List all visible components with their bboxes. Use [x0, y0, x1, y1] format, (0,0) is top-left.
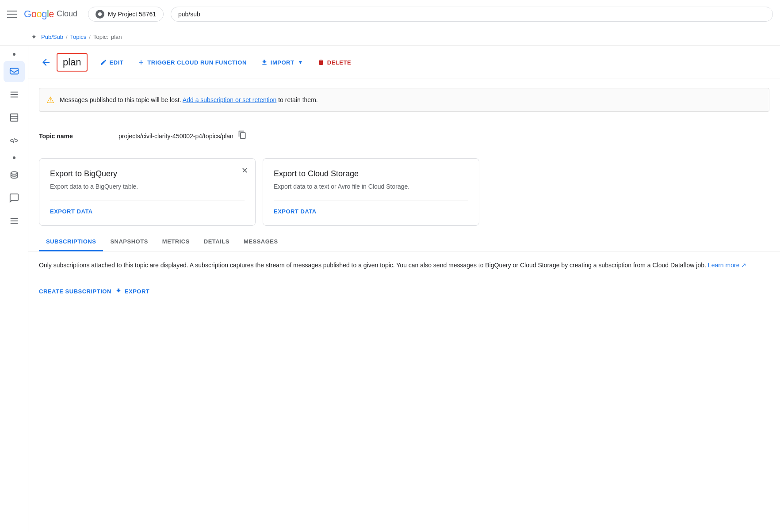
breadcrumb-topic-label: Topic: — [93, 34, 108, 40]
tab-subscriptions[interactable]: SUBSCRIPTIONS — [39, 233, 103, 251]
sidebar-item-chat[interactable] — [4, 187, 25, 209]
sidebar-dot-top — [13, 53, 15, 56]
sidebar-item-storage[interactable] — [4, 107, 25, 128]
breadcrumb-topic-name: plan — [111, 34, 122, 40]
delete-button[interactable]: DELETE — [312, 55, 356, 69]
export-cloud-storage-card: Export to Cloud Storage Export data to a… — [263, 158, 479, 226]
trigger-label: TRIGGER CLOUD RUN FUNCTION — [147, 59, 247, 66]
tab-details[interactable]: DETAILS — [197, 233, 237, 251]
top-bar: Google Cloud My Project 58761 — [0, 0, 780, 28]
close-bigquery-card-button[interactable]: ✕ — [241, 166, 248, 175]
code-icon: </> — [9, 137, 18, 144]
svg-rect-0 — [10, 68, 18, 74]
tab-snapshots[interactable]: SNAPSHOTS — [103, 233, 155, 251]
export-cards-container: ✕ Export to BigQuery Export data to a Bi… — [39, 158, 769, 226]
sidebar-item-list2[interactable] — [4, 210, 25, 232]
breadcrumb: ✦ Pub/Sub / Topics / Topic: plan — [0, 28, 780, 46]
export-arrow-icon — [115, 288, 122, 295]
create-subscription-button[interactable]: CREATE SUBSCRIPTION — [39, 284, 111, 298]
google-cloud-logo[interactable]: Google Cloud — [24, 8, 77, 20]
page-content: plan EDIT TRIGGER CLOUD RUN FUNCTION IMP… — [28, 46, 780, 532]
hamburger-menu[interactable] — [7, 11, 17, 18]
topic-name-value: projects/civil-clarity-450002-p4/topics/… — [119, 129, 248, 142]
bottom-actions: CREATE SUBSCRIPTION EXPORT — [28, 284, 780, 298]
search-input[interactable] — [171, 7, 773, 22]
subscriptions-description: Only subscriptions attached to this topi… — [39, 260, 769, 270]
edit-icon — [100, 59, 107, 66]
main-layout: </> — [0, 46, 780, 532]
cloud-storage-card-title: Export to Cloud Storage — [274, 169, 468, 179]
learn-more-link[interactable]: Learn more ↗ — [708, 262, 746, 269]
sidebar-item-code[interactable]: </> — [4, 130, 25, 151]
bigquery-card-title: Export to BigQuery — [50, 169, 245, 179]
topic-name-label: Topic name — [39, 133, 119, 140]
copy-icon — [238, 130, 247, 139]
topic-info-row: Topic name projects/civil-clarity-450002… — [28, 121, 780, 151]
pubsub-icon: ✦ — [31, 33, 37, 41]
topic-title: plan — [57, 53, 88, 72]
import-label: IMPORT — [271, 59, 294, 66]
back-button[interactable] — [39, 55, 53, 69]
export-label: EXPORT — [125, 288, 149, 295]
project-name: My Project 58761 — [108, 11, 156, 18]
import-dropdown-arrow: ▼ — [298, 59, 303, 65]
delete-label: DELETE — [327, 59, 351, 66]
warning-icon: ⚠ — [46, 95, 54, 105]
sidebar-dot-middle — [13, 156, 15, 159]
project-icon — [96, 10, 104, 19]
delete-icon — [317, 59, 325, 66]
back-arrow-icon — [41, 57, 51, 68]
cloud-storage-export-link[interactable]: EXPORT DATA — [274, 201, 468, 215]
create-subscription-label: CREATE SUBSCRIPTION — [39, 288, 111, 295]
sidebar-item-list[interactable] — [4, 84, 25, 105]
copy-button[interactable] — [237, 129, 248, 142]
sidebar-item-data[interactable] — [4, 164, 25, 186]
tab-metrics[interactable]: METRICS — [155, 233, 197, 251]
messages-icon — [9, 67, 19, 76]
bigquery-card-desc: Export data to a BigQuery table. — [50, 183, 245, 190]
plus-icon — [138, 59, 145, 66]
storage-icon — [9, 113, 19, 122]
chat-icon — [9, 193, 19, 203]
breadcrumb-sep1: / — [66, 34, 68, 40]
import-button[interactable]: IMPORT ▼ — [256, 55, 309, 69]
topic-path: projects/civil-clarity-450002-p4/topics/… — [119, 133, 233, 140]
cloud-storage-card-desc: Export data to a text or Avro file in Cl… — [274, 183, 468, 190]
alert-link[interactable]: Add a subscription or set retention — [183, 96, 276, 103]
list-icon — [9, 90, 19, 99]
export-bigquery-card: ✕ Export to BigQuery Export data to a Bi… — [39, 158, 256, 226]
sidebar-item-messages[interactable] — [4, 61, 25, 82]
alert-text: Messages published to this topic will be… — [60, 96, 318, 103]
breadcrumb-sep2: / — [89, 34, 91, 40]
breadcrumb-topics[interactable]: Topics — [70, 34, 87, 40]
alert-banner: ⚠ Messages published to this topic will … — [39, 88, 769, 112]
edit-label: EDIT — [110, 59, 124, 66]
import-icon — [261, 59, 268, 66]
breadcrumb-pubsub[interactable]: Pub/Sub — [41, 34, 63, 40]
svg-point-7 — [11, 172, 17, 175]
edit-button[interactable]: EDIT — [95, 55, 129, 69]
project-selector[interactable]: My Project 58761 — [88, 7, 164, 22]
bigquery-export-link[interactable]: EXPORT DATA — [50, 201, 245, 215]
database-icon — [9, 170, 19, 180]
toolbar: plan EDIT TRIGGER CLOUD RUN FUNCTION IMP… — [28, 46, 780, 79]
tab-messages[interactable]: MESSAGES — [237, 233, 285, 251]
menu-list-icon — [9, 216, 19, 226]
sidebar: </> — [0, 46, 28, 532]
tabs-bar: SUBSCRIPTIONS SNAPSHOTS METRICS DETAILS … — [28, 233, 780, 251]
trigger-cloud-run-button[interactable]: TRIGGER CLOUD RUN FUNCTION — [132, 55, 252, 69]
export-subscriptions-button[interactable]: EXPORT — [115, 284, 149, 298]
subscriptions-content: Only subscriptions attached to this topi… — [28, 251, 780, 284]
svg-rect-4 — [10, 114, 18, 122]
